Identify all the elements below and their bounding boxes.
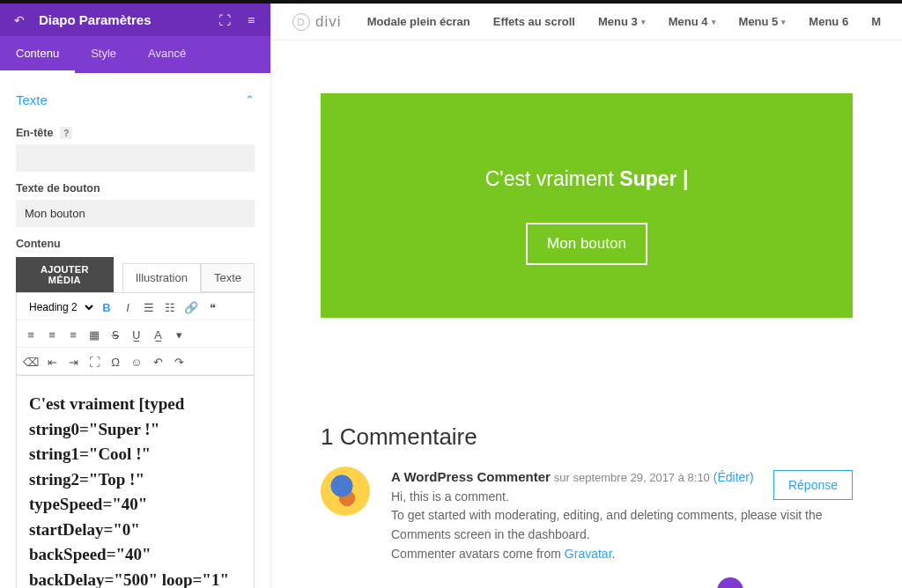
logo-icon: D xyxy=(292,13,310,31)
clear-format-icon[interactable]: ⌫ xyxy=(21,352,41,371)
chevron-down-icon: ▾ xyxy=(712,18,716,26)
preview-area: D divi Modale plein écran Effets au scro… xyxy=(271,4,902,588)
comments-title: 1 Commentaire xyxy=(321,423,853,451)
table-icon[interactable]: ▦ xyxy=(85,325,104,344)
comment-line: To get started with moderating, editing,… xyxy=(391,506,853,544)
align-center-icon[interactable]: ≡ xyxy=(42,325,62,344)
format-select[interactable]: Heading 2 xyxy=(20,298,96,317)
tab-style[interactable]: Style xyxy=(75,36,132,73)
quote-icon[interactable]: ❝ xyxy=(203,298,222,317)
chevron-down-icon: ▾ xyxy=(641,18,646,26)
button-text-input[interactable] xyxy=(16,200,255,227)
add-media-button[interactable]: AJOUTER MÉDIA xyxy=(16,257,114,292)
comment-item: A WordPress Commenter sur septembre 29, … xyxy=(321,467,853,563)
comments-section: 1 Commentaire A WordPress Commenter sur … xyxy=(321,423,853,563)
chevron-up-icon: ⌃ xyxy=(245,93,255,107)
settings-sidebar: ↶ Diapo Paramètres ⛶ ≡ Contenu Style Ava… xyxy=(0,4,271,588)
hero-text: C'est vraiment Super | xyxy=(338,167,835,191)
tab-content[interactable]: Contenu xyxy=(0,36,75,73)
logo[interactable]: D divi xyxy=(292,13,342,31)
tab-advanced[interactable]: Avancé xyxy=(132,36,202,73)
align-left-icon[interactable]: ≡ xyxy=(21,325,41,344)
more-icon[interactable]: ▾ xyxy=(169,325,189,344)
hero-slide: C'est vraiment Super | Mon bouton xyxy=(321,93,853,318)
outdent-icon[interactable]: ⇤ xyxy=(42,352,62,371)
editor-tab-text[interactable]: Texte xyxy=(201,263,255,292)
text-color-icon[interactable]: A̲ xyxy=(148,325,167,344)
nav-item-modale[interactable]: Modale plein écran xyxy=(367,15,470,28)
nav-item-more[interactable]: M xyxy=(871,15,881,28)
section-text-label: Texte xyxy=(16,92,48,107)
nav-item-menu5[interactable]: Menu 5▾ xyxy=(739,15,787,28)
number-list-icon[interactable]: ☷ xyxy=(160,298,180,317)
bold-icon[interactable]: B xyxy=(97,298,116,317)
sidebar-tabs: Contenu Style Avancé xyxy=(0,36,270,73)
nav-item-menu6[interactable]: Menu 6 xyxy=(809,15,848,28)
italic-icon[interactable]: I xyxy=(118,298,137,317)
avatar xyxy=(321,467,370,516)
align-right-icon[interactable]: ≡ xyxy=(63,325,83,344)
comment-line: Commenter avatars come from Gravatar. xyxy=(391,545,853,564)
gravatar-link[interactable]: Gravatar xyxy=(565,547,612,561)
hero-button[interactable]: Mon bouton xyxy=(526,223,647,265)
nav-item-effets[interactable]: Effets au scroll xyxy=(493,15,575,28)
chevron-down-icon: ▾ xyxy=(781,18,786,26)
undo-icon[interactable]: ↶ xyxy=(148,352,167,371)
fullscreen-icon[interactable]: ⛶ xyxy=(85,352,104,371)
help-icon[interactable]: ? xyxy=(60,127,72,139)
link-icon[interactable]: 🔗 xyxy=(181,298,201,317)
label-content: Contenu xyxy=(16,238,255,250)
content-editor[interactable]: C'est vraiment [typed string0="Super !" … xyxy=(16,375,255,588)
underline-icon[interactable]: U̲ xyxy=(127,325,146,344)
emoji-icon[interactable]: ☺ xyxy=(127,352,146,371)
comment-meta: sur septembre 29, 2017 à 8:10 xyxy=(554,471,710,484)
section-text-toggle[interactable]: Texte ⌃ xyxy=(16,85,255,116)
comment-author[interactable]: A WordPress Commenter xyxy=(391,469,551,484)
indent-icon[interactable]: ⇥ xyxy=(63,352,83,371)
editor-tab-visual[interactable]: Illustration xyxy=(122,263,201,292)
redo-icon[interactable]: ↷ xyxy=(169,352,189,371)
nav-item-menu3[interactable]: Menu 3▾ xyxy=(598,15,646,28)
back-icon[interactable]: ↶ xyxy=(12,13,26,27)
strike-icon[interactable]: S̶ xyxy=(106,325,125,344)
editor-toolbar: Heading 2 B I ☰ ☷ 🔗 ❝ ≡ ≡ ≡ ▦ S̶ U̲ A̲ ▾ xyxy=(16,292,255,375)
omega-icon[interactable]: Ω xyxy=(106,352,125,371)
comment-edit-link[interactable]: (Éditer) xyxy=(713,470,754,484)
label-button-text: Texte de bouton xyxy=(16,182,255,195)
sidebar-title: Diapo Paramètres xyxy=(39,12,205,27)
label-header: En-tête ? xyxy=(16,127,255,139)
sidebar-header: ↶ Diapo Paramètres ⛶ ≡ xyxy=(0,4,270,36)
reply-button[interactable]: Réponse xyxy=(773,470,853,500)
site-nav: D divi Modale plein écran Effets au scro… xyxy=(271,4,902,40)
bullet-list-icon[interactable]: ☰ xyxy=(139,298,159,317)
header-input[interactable] xyxy=(16,144,255,172)
menu-icon[interactable]: ≡ xyxy=(244,13,258,27)
nav-item-menu4[interactable]: Menu 4▾ xyxy=(669,15,716,28)
expand-icon[interactable]: ⛶ xyxy=(218,13,232,27)
